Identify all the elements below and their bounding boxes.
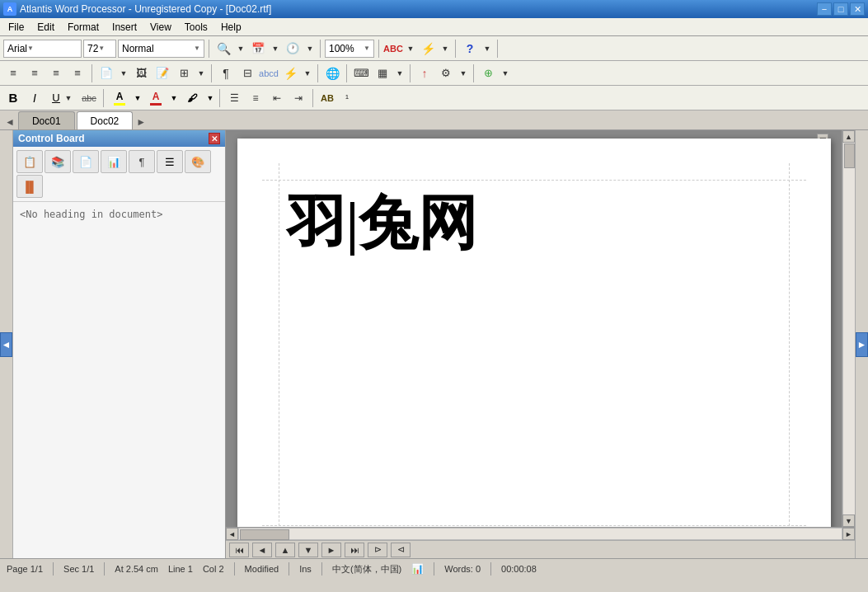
brush-button[interactable]: 🖌 <box>181 88 204 108</box>
underline-dropdown[interactable]: ▼ <box>63 90 73 106</box>
font-dropdown[interactable]: Arial ▼ <box>3 40 82 58</box>
puzzle-button[interactable]: ⊕ <box>478 63 498 83</box>
hscroll-right-button[interactable]: ► <box>842 528 855 540</box>
brush-dropdown[interactable]: ▼ <box>205 88 215 108</box>
nav-marker-button[interactable]: ⊳ <box>368 543 387 557</box>
nav-up-button[interactable]: ▲ <box>275 543 295 557</box>
restore-button[interactable]: □ <box>833 2 848 16</box>
settings-dropdown[interactable]: ▼ <box>457 63 469 83</box>
scroll-up-button[interactable]: ▲ <box>842 130 855 143</box>
right-nav-arrow[interactable]: ► <box>856 332 868 357</box>
clock-button[interactable]: 🕐 <box>283 39 303 59</box>
settings-button[interactable]: ⚙ <box>436 63 456 83</box>
hscroll-track[interactable] <box>238 528 842 540</box>
style-dropdown[interactable]: Normal ▼ <box>118 40 204 58</box>
hscroll-left-button[interactable]: ◄ <box>226 528 238 540</box>
sb-btn-5[interactable]: ¶ <box>129 150 155 173</box>
menu-view[interactable]: View <box>143 19 178 35</box>
zoom-dropdown[interactable]: 100% ▼ <box>325 40 374 58</box>
auto-dropdown[interactable]: ▼ <box>439 39 451 59</box>
table-dropdown[interactable]: ▼ <box>195 63 207 83</box>
tab-doc02[interactable]: Doc02 <box>77 111 134 129</box>
layout-button[interactable]: ⊟ <box>237 63 257 83</box>
text-button[interactable]: 📝 <box>152 63 172 83</box>
auto-button[interactable]: ⚡ <box>418 39 438 59</box>
spell-dropdown[interactable]: ▼ <box>235 39 246 59</box>
special-dropdown[interactable]: ▼ <box>394 63 406 83</box>
help-button[interactable]: ? <box>460 39 480 59</box>
size-dropdown[interactable]: 72 ▼ <box>83 40 116 58</box>
table-button[interactable]: ⊞ <box>174 63 194 83</box>
scroll-thumb[interactable] <box>844 143 855 168</box>
sb-btn-2[interactable]: 📚 <box>45 150 71 173</box>
nav-down-button[interactable]: ▼ <box>298 543 318 557</box>
align-justify-button[interactable]: ≡ <box>68 63 87 83</box>
calendar-button[interactable]: 📅 <box>248 39 268 59</box>
sb-btn-3[interactable]: 📄 <box>73 150 99 173</box>
menu-help[interactable]: Help <box>214 19 248 35</box>
up-arrow-button[interactable]: ↑ <box>415 63 434 83</box>
align-left-button[interactable]: ≡ <box>3 63 23 83</box>
special-button[interactable]: ▦ <box>373 63 392 83</box>
increase-indent-button[interactable]: ⇥ <box>289 88 308 108</box>
underline-button[interactable]: U ▼ <box>46 88 66 108</box>
hscroll-thumb[interactable] <box>240 529 289 540</box>
lightning2-button[interactable]: ⚡ <box>280 63 300 83</box>
nav-prev-button[interactable]: ◄ <box>252 543 272 557</box>
bold-button[interactable]: B <box>3 88 23 108</box>
puzzle-dropdown[interactable]: ▼ <box>500 63 511 83</box>
close-button[interactable]: ✕ <box>850 2 865 16</box>
minimize-button[interactable]: − <box>817 2 832 16</box>
sb-btn-6[interactable]: ☰ <box>157 150 183 173</box>
menu-file[interactable]: File <box>2 19 30 35</box>
menu-tools[interactable]: Tools <box>178 19 214 35</box>
menu-edit[interactable]: Edit <box>30 19 61 35</box>
tab-doc01[interactable]: Doc01 <box>18 111 75 129</box>
sb-btn-7[interactable]: 🎨 <box>185 150 211 173</box>
strikethrough-button[interactable]: abc <box>79 88 99 108</box>
globe-button[interactable]: 🌐 <box>322 63 342 83</box>
align-center-button[interactable]: ≡ <box>25 63 45 83</box>
decrease-indent-button[interactable]: ⇤ <box>267 88 287 108</box>
sb-btn-8[interactable]: ▐▌ <box>16 175 43 198</box>
document-page[interactable]: 羽|兔网 <box>237 139 831 527</box>
highlight-dropdown[interactable]: ▼ <box>133 88 143 108</box>
nav-marker2-button[interactable]: ⊲ <box>391 543 411 557</box>
nav-next-button[interactable]: ► <box>321 543 341 557</box>
sb-btn-1[interactable]: 📋 <box>16 150 43 173</box>
scroll-track[interactable] <box>842 143 855 514</box>
pilcrow-button[interactable]: ¶ <box>216 63 236 83</box>
sb-btn-4[interactable]: 📊 <box>101 150 127 173</box>
align-right-button[interactable]: ≡ <box>46 63 66 83</box>
doc-scroll[interactable]: ▣ ▦ 羽|兔网 <box>226 130 842 527</box>
clock-dropdown[interactable]: ▼ <box>304 39 316 59</box>
new-doc-button[interactable]: 📄 <box>96 63 116 83</box>
calendar-dropdown[interactable]: ▼ <box>270 39 281 59</box>
highlight-button[interactable]: A <box>108 88 131 108</box>
nav-next-next-button[interactable]: ⏭ <box>345 543 364 557</box>
font-color-dropdown[interactable]: ▼ <box>169 88 179 108</box>
left-nav-arrow[interactable]: ◄ <box>0 332 12 357</box>
abc-dropdown[interactable]: ▼ <box>405 39 416 59</box>
new-doc-dropdown[interactable]: ▼ <box>118 63 129 83</box>
keyboard-button[interactable]: ⌨ <box>351 63 371 83</box>
superscript-button[interactable]: ¹ <box>339 88 355 108</box>
document-content[interactable]: 羽|兔网 <box>287 188 781 259</box>
font-color-button[interactable]: A <box>144 88 167 108</box>
abc-spell-button[interactable]: ABC <box>383 39 403 59</box>
ab-replace-button[interactable]: AB <box>317 88 337 108</box>
tab-scroll-right[interactable]: ► <box>134 115 148 129</box>
nav-prev-prev-button[interactable]: ⏮ <box>229 543 249 557</box>
numbered-list-button[interactable]: ≡ <box>246 88 265 108</box>
scroll-down-button[interactable]: ▼ <box>842 514 855 527</box>
lightning2-dropdown[interactable]: ▼ <box>302 63 313 83</box>
image-button[interactable]: 🖼 <box>131 63 151 83</box>
help-dropdown[interactable]: ▼ <box>481 39 493 59</box>
spell-check-button[interactable]: 🔍 <box>213 39 233 59</box>
menu-insert[interactable]: Insert <box>106 19 143 35</box>
bullet-list-button[interactable]: ☰ <box>224 88 244 108</box>
sidebar-close-button[interactable]: ✕ <box>209 133 220 144</box>
ab-button[interactable]: abcd <box>259 63 279 83</box>
tab-scroll-left[interactable]: ◄ <box>3 115 16 129</box>
menu-format[interactable]: Format <box>61 19 106 35</box>
